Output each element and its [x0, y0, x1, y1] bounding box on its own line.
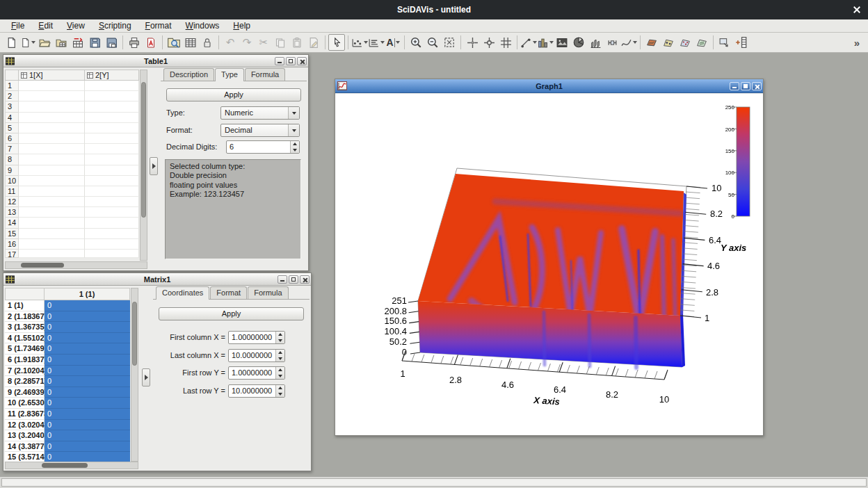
cell[interactable]	[19, 133, 85, 144]
cell[interactable]	[85, 176, 139, 186]
menu-windows[interactable]: Windows	[179, 19, 227, 33]
table-view-button[interactable]	[182, 34, 199, 51]
project-explorer-button[interactable]	[166, 34, 182, 51]
cell[interactable]	[19, 229, 85, 239]
apply-button[interactable]: Apply	[166, 88, 301, 101]
plot-3d-surface-button[interactable]	[643, 34, 660, 51]
chevron-up-icon[interactable]	[278, 333, 282, 336]
cell[interactable]	[85, 101, 139, 112]
tab-formula[interactable]: Formula	[245, 68, 285, 81]
cell[interactable]	[19, 197, 85, 207]
plot-spline-dropdown-button[interactable]	[620, 34, 637, 51]
menu-file[interactable]: File	[4, 19, 31, 33]
format-combobox[interactable]: Decimal	[220, 124, 300, 137]
plot-columns-dropdown-button[interactable]	[537, 34, 554, 51]
pointer-select-button[interactable]	[328, 34, 345, 51]
cell[interactable]	[19, 165, 85, 176]
first-row-y-spinbox[interactable]: 1.00000000	[228, 366, 285, 380]
cell[interactable]	[85, 239, 139, 250]
cell[interactable]	[85, 250, 139, 258]
tab-formula[interactable]: Formula	[248, 286, 288, 299]
paste-button[interactable]	[289, 34, 305, 51]
maximize-icon[interactable]	[286, 57, 296, 65]
print-button[interactable]	[126, 34, 143, 51]
close-icon[interactable]	[752, 82, 762, 90]
cell[interactable]	[19, 91, 85, 101]
chevron-down-icon[interactable]	[293, 149, 297, 152]
table1-titlebar[interactable]: Table1	[3, 55, 308, 67]
close-icon[interactable]	[300, 275, 310, 284]
fit-frame-button[interactable]	[441, 34, 458, 51]
open-project-button[interactable]	[36, 34, 53, 51]
cut-button[interactable]: ✂	[255, 34, 272, 51]
cell[interactable]	[85, 197, 139, 207]
zoom-out-button[interactable]	[424, 34, 441, 51]
layer-dropdown-button[interactable]	[368, 34, 385, 51]
cell[interactable]	[85, 81, 139, 91]
cell[interactable]	[19, 218, 85, 228]
cell[interactable]	[85, 218, 139, 228]
text-tool-dropdown-button[interactable]: A	[385, 34, 401, 51]
cell[interactable]	[19, 186, 85, 197]
cell[interactable]	[85, 144, 139, 154]
plot-image-button[interactable]	[554, 34, 570, 51]
cell[interactable]	[85, 123, 139, 133]
last-row-y-spinbox[interactable]: 10.0000000	[228, 384, 285, 398]
matrix1-hscrollbar[interactable]	[5, 462, 138, 469]
tab-format[interactable]: Format	[210, 286, 247, 299]
plot-pie-button[interactable]	[570, 34, 587, 51]
table1-vscrollbar[interactable]	[140, 70, 147, 261]
chevron-down-icon[interactable]	[278, 375, 282, 377]
redo-button[interactable]: ↷	[239, 34, 255, 51]
table1-panel-collapse-button[interactable]	[150, 157, 158, 175]
minimize-icon[interactable]	[730, 82, 739, 90]
cell[interactable]	[19, 123, 85, 133]
matrix1-titlebar[interactable]: Matrix1	[3, 273, 311, 286]
plot-line-symbol-dropdown-button[interactable]	[520, 34, 537, 51]
lock-toolbars-button[interactable]	[199, 34, 216, 51]
edit-button[interactable]	[305, 34, 322, 51]
menu-view[interactable]: View	[60, 19, 92, 33]
menu-format[interactable]: Format	[138, 19, 179, 33]
matrix1-panel-collapse-button[interactable]	[142, 368, 150, 387]
maximize-icon[interactable]	[741, 82, 750, 90]
chevron-up-icon[interactable]	[278, 368, 282, 371]
save-project-button[interactable]	[86, 34, 103, 51]
cell[interactable]	[85, 229, 139, 239]
tab-description[interactable]: Description	[163, 68, 214, 81]
remove-data-point-button[interactable]	[497, 34, 514, 51]
plot-3d-contour-button[interactable]	[693, 34, 710, 51]
chevron-up-icon[interactable]	[293, 143, 297, 145]
export-pdf-button[interactable]	[143, 34, 159, 51]
graph1-titlebar[interactable]: Graph1	[335, 79, 763, 93]
save-template-button[interactable]	[103, 34, 120, 51]
menu-help[interactable]: Help	[226, 19, 257, 33]
decimal-digits-spinbox[interactable]: 6	[226, 140, 300, 154]
add-column-button[interactable]	[733, 34, 750, 51]
copy-button[interactable]	[272, 34, 289, 51]
app-titlebar[interactable]: SciDAVis - untitled	[0, 0, 868, 19]
minimize-icon[interactable]	[275, 57, 284, 65]
cell[interactable]	[85, 165, 139, 176]
import-ascii-button[interactable]	[70, 34, 86, 51]
menu-edit[interactable]: Edit	[31, 19, 60, 33]
column-header-1x[interactable]: 1[X]	[19, 70, 85, 81]
cell[interactable]	[85, 113, 139, 123]
chevron-up-icon[interactable]	[278, 351, 282, 354]
matrix-column-header[interactable]: 1 (1)	[45, 288, 130, 300]
menu-scripting[interactable]: Scripting	[92, 19, 138, 33]
plot-3d-bars-button[interactable]	[587, 34, 604, 51]
last-column-x-spinbox[interactable]: 10.0000000	[228, 349, 285, 362]
cell[interactable]	[19, 176, 85, 186]
column-header-2y[interactable]: 2[Y]	[85, 70, 139, 81]
plot-3d-scatter-button[interactable]	[677, 34, 693, 51]
cell[interactable]	[19, 154, 85, 165]
graph1-canvas[interactable]: 251 200.8 150.6 100.4 50.2 0 1 2.	[335, 94, 763, 435]
close-icon[interactable]	[297, 57, 307, 65]
plot-3d-trajectory-button[interactable]	[660, 34, 677, 51]
cell[interactable]	[19, 101, 85, 112]
cell[interactable]	[85, 91, 139, 101]
move-data-point-button[interactable]	[481, 34, 497, 51]
maximize-icon[interactable]	[289, 275, 298, 284]
matrix1-vscrollbar[interactable]	[131, 288, 138, 462]
